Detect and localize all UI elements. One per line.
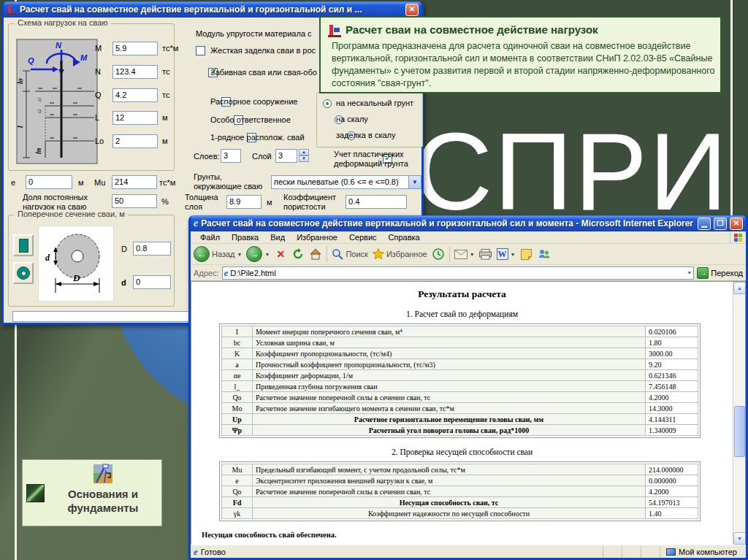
mail-button[interactable]: ▼ <box>454 250 475 259</box>
ie-titlebar[interactable]: e Расчет свай на совместное действие вер… <box>191 215 746 231</box>
menu-favorites[interactable]: Избранное <box>291 232 343 242</box>
thickness-input[interactable]: 8.9 <box>226 195 262 209</box>
logo-square-icon <box>26 484 45 502</box>
address-dropdown-icon[interactable]: ▼ <box>687 270 692 275</box>
home-button[interactable] <box>309 248 322 261</box>
svg-text:l1: l1 <box>37 98 42 101</box>
svg-text:l: l <box>16 126 24 128</box>
program-info-box: Расчет сваи на совместное действие нагру… <box>319 16 722 93</box>
unit-e: м <box>78 178 84 187</box>
menu-view[interactable]: Вид <box>265 232 290 242</box>
status-pane <box>641 545 660 558</box>
print-button[interactable] <box>479 248 492 261</box>
messenger-button[interactable] <box>538 248 551 261</box>
svg-text:N: N <box>56 41 62 50</box>
go-icon: → <box>697 267 709 279</box>
section-diagram: d D <box>38 226 114 302</box>
menu-help[interactable]: Справка <box>383 232 425 242</box>
svg-text:M: M <box>80 53 88 62</box>
layer-current-input[interactable]: 3 <box>275 149 297 163</box>
edit-word-button[interactable]: W ▼ <box>497 248 516 260</box>
section2-heading: 2. Проверка несущей способности сваи <box>191 448 733 456</box>
scroll-up-icon[interactable]: ▲ <box>733 282 746 294</box>
scroll-down-icon[interactable]: ▼ <box>733 532 746 545</box>
ring-section-button[interactable] <box>13 262 34 284</box>
solid-section-button[interactable] <box>13 234 34 256</box>
status-zone-text: Мой компьютер <box>679 548 737 556</box>
stop-button[interactable]: ✕ <box>274 248 287 261</box>
my-computer-icon <box>666 548 676 556</box>
input-Lo[interactable]: 2 <box>112 134 158 148</box>
status-page-icon: e <box>194 547 198 556</box>
table-row: MoРасчетное значение изгибающего момента… <box>222 403 698 414</box>
radio-on-rock-label: на скалу <box>336 115 368 123</box>
radio-non-rock[interactable] <box>323 99 332 108</box>
input-M[interactable]: 5.9 <box>112 42 158 55</box>
table-row: αeКоэффициент деформации, 1/м0.621346 <box>222 370 698 381</box>
history-icon <box>432 248 444 260</box>
forward-button[interactable]: → ▼ <box>246 246 270 262</box>
maximize-icon[interactable]: ❐ <box>714 218 727 230</box>
table-row-safety-factor: γkКоэффициент надежности по несущей спос… <box>222 508 698 519</box>
word-dropdown-icon[interactable]: ▼ <box>511 252 516 257</box>
go-label: Переход <box>711 269 743 277</box>
address-input[interactable]: e D:\Pile2.html ▼ <box>222 266 695 280</box>
cross-section-group: Поперечное сечение сваи, м d <box>8 215 175 307</box>
forward-dropdown-icon[interactable]: ▼ <box>264 252 270 257</box>
layer-spin-down-icon[interactable]: ▼ <box>299 156 309 162</box>
layers-total-input[interactable]: 3 <box>221 149 241 163</box>
menu-file[interactable]: Файл <box>195 232 225 242</box>
svg-text:lo: lo <box>16 78 24 84</box>
unit-N: тс <box>162 67 169 76</box>
vertical-scrollbar[interactable]: ▲ ▼ <box>733 282 745 545</box>
input-L[interactable]: 12 <box>112 111 158 125</box>
history-button[interactable] <box>432 248 445 261</box>
radio-fixed-in-rock-label: заделка в скалу <box>336 131 395 139</box>
modulus-label: Модуль упругости материала с <box>196 29 312 38</box>
back-dropdown-icon[interactable]: ▼ <box>237 252 243 257</box>
porosity-input[interactable]: 0.4 <box>346 195 407 209</box>
input-N[interactable]: 123.4 <box>112 65 158 79</box>
solid-section-icon <box>19 239 28 253</box>
field-label-d: d <box>121 278 126 287</box>
address-label: Адрес: <box>194 269 219 277</box>
scroll-thumb[interactable] <box>734 406 745 457</box>
input-Q[interactable]: 4.2 <box>112 88 158 102</box>
ie-statusbar: e Готово Мой компьютер <box>191 545 746 558</box>
dialog-close-icon[interactable]: ✕ <box>405 4 419 16</box>
soil-dropdown-icon[interactable]: ▼ <box>408 176 421 188</box>
thickness-unit: м <box>267 198 272 207</box>
refresh-button[interactable] <box>291 248 305 261</box>
layer-spin-up-icon[interactable]: ▲ <box>299 149 309 156</box>
favorites-button[interactable]: Избранное <box>373 248 427 260</box>
minimize-icon[interactable]: ▁ <box>698 218 711 230</box>
logo-text-line1: Основания и <box>47 488 159 502</box>
back-label: Назад <box>212 250 235 258</box>
table-row-bearing-capacity: FdНесущая способность сваи, тс54.197013 <box>222 497 698 508</box>
close-icon[interactable]: ✕ <box>730 218 743 230</box>
go-button[interactable]: → Переход <box>697 267 743 279</box>
notes-button[interactable] <box>520 248 533 261</box>
forward-icon: → <box>246 246 262 262</box>
unit-Q: тс <box>162 91 169 99</box>
soil-combobox[interactable]: пески пылеватые (0.6 <= e <=0.8) ▼ <box>271 175 421 189</box>
input-perm-load[interactable]: 50 <box>112 194 157 208</box>
mail-dropdown-icon[interactable]: ▼ <box>470 252 475 257</box>
table-row: QoРасчетное значение поперечной силы в с… <box>222 392 698 403</box>
pile-dialog-titlebar[interactable]: Расчет свай на совместное действие верти… <box>4 1 421 18</box>
input-Mu[interactable]: 214 <box>112 175 157 189</box>
input-d[interactable]: 0 <box>133 275 171 289</box>
search-button[interactable]: Поиск <box>332 248 367 260</box>
menu-edit[interactable]: Правка <box>226 232 264 242</box>
pile-load-diagram: N M Q <box>16 39 98 164</box>
menu-tools[interactable]: Сервис <box>344 232 382 242</box>
input-D[interactable]: 0.8 <box>133 242 171 256</box>
cross-section-group-title: Поперечное сечение сваи, м <box>15 210 128 218</box>
ie-window-icon: e <box>194 218 198 229</box>
checkbox-rigid-fixing[interactable] <box>196 46 205 55</box>
back-button[interactable]: ← Назад ▼ <box>194 246 242 262</box>
checkbox-rigid-fixing-label: Жесткая заделка сваи в рос <box>210 46 316 55</box>
input-e[interactable]: 0 <box>26 175 72 189</box>
layers-total-label: Слоев: <box>194 152 220 161</box>
field-label-Q: Q <box>95 91 102 99</box>
